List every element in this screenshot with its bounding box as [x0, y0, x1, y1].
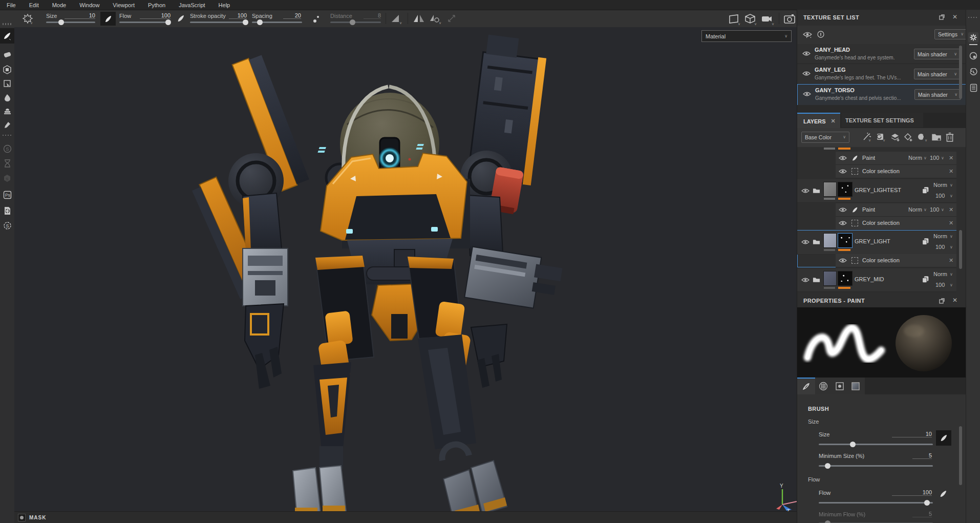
layer-content-thumbnail[interactable]: [823, 233, 837, 248]
iray-render-button[interactable]: [0, 204, 14, 217]
layer-content-thumbnail[interactable]: [823, 271, 837, 286]
viewport-3d[interactable]: Material ∨ Y X Z MASK: [14, 27, 797, 523]
eye-icon[interactable]: [803, 91, 811, 97]
opacity-dropdown[interactable]: 100: [930, 155, 939, 161]
history-tool-button[interactable]: [0, 157, 14, 170]
opacity-dropdown[interactable]: 100: [930, 206, 939, 213]
opacity-dropdown[interactable]: 100: [935, 244, 945, 250]
dock-settings-button[interactable]: [968, 32, 978, 43]
layer-group-grey-lightest[interactable]: GREY_LIGHTEST Norm∨ 100∨: [797, 179, 956, 203]
shader-dropdown[interactable]: Main shader∨: [914, 69, 961, 79]
paint-tool-button[interactable]: [0, 28, 14, 44]
smudge-tool-button[interactable]: [0, 91, 14, 104]
min-size-value[interactable]: 5: [912, 452, 932, 459]
add-effect-icon[interactable]: ∨: [862, 133, 872, 142]
resources-substance-button[interactable]: S: [0, 142, 14, 155]
channel-dropdown[interactable]: Base Color∨: [801, 132, 849, 143]
add-layer-icon[interactable]: [890, 133, 901, 142]
menu-javascript[interactable]: JavaScript: [172, 2, 211, 8]
solo-view-icon[interactable]: [817, 31, 825, 38]
stroke-opacity-slider[interactable]: [190, 22, 247, 23]
falloff-icon[interactable]: ∨: [390, 13, 403, 25]
viewport-2d-view-icon[interactable]: ∨: [728, 13, 742, 26]
eye-icon[interactable]: [839, 220, 847, 226]
close-panel-icon[interactable]: ✕: [952, 297, 957, 303]
eye-icon[interactable]: [802, 71, 811, 76]
eye-icon[interactable]: [801, 188, 809, 194]
size-param-slider[interactable]: [819, 444, 933, 445]
tab-brush[interactable]: [797, 378, 815, 394]
layer-group-grey-light-selected[interactable]: GREY_LIGHT Norm∨ 100∨: [797, 231, 956, 255]
material-picker-tool-button[interactable]: [0, 118, 14, 131]
menu-help[interactable]: Help: [212, 2, 237, 8]
layer-group-grey-mid[interactable]: GREY_MID Norm∨ 100∨: [797, 268, 956, 292]
viewport-3d-view-icon[interactable]: ∨: [744, 13, 758, 26]
layer-row-color-selection[interactable]: Color selection ✕: [836, 217, 956, 230]
size-pressure-toggle[interactable]: [936, 430, 951, 446]
tools-drag-handle[interactable]: [3, 24, 12, 25]
blend-mode-dropdown[interactable]: Norm: [933, 271, 947, 277]
eye-icon[interactable]: [839, 155, 847, 161]
size-value[interactable]: 10: [65, 12, 95, 19]
stroke-opacity-value[interactable]: 100: [229, 12, 247, 19]
axis-gizmo[interactable]: Y X Z: [771, 483, 797, 514]
substance-share-button[interactable]: S: [0, 172, 14, 185]
add-smart-material-icon[interactable]: ∨: [917, 133, 928, 142]
blend-mode-dropdown[interactable]: Norm: [933, 182, 947, 188]
tab-material[interactable]: [850, 381, 861, 392]
camera-view-icon[interactable]: ∨: [760, 13, 776, 26]
clone-tool-button[interactable]: [0, 103, 14, 117]
add-fill-layer-icon[interactable]: [904, 133, 914, 142]
shader-dropdown[interactable]: Main shader∨: [914, 89, 961, 100]
polygon-fill-tool-button[interactable]: [0, 77, 14, 90]
tab-layers[interactable]: LAYERS ✕: [797, 113, 840, 129]
dock-display-button[interactable]: [968, 51, 978, 61]
layer-row-color-selection[interactable]: Color selection ✕: [836, 254, 956, 267]
close-panel-icon[interactable]: ✕: [952, 14, 957, 20]
eraser-tool-button[interactable]: [0, 48, 14, 61]
menu-edit[interactable]: Edit: [23, 2, 46, 8]
menu-python[interactable]: Python: [141, 2, 172, 8]
blend-mode-dropdown[interactable]: Norm: [908, 155, 922, 161]
substance-source-button[interactable]: S: [0, 219, 14, 232]
visibility-cycle-icon[interactable]: [803, 31, 812, 38]
size-slider[interactable]: [46, 22, 95, 23]
opacity-dropdown[interactable]: 100: [935, 282, 945, 288]
photoshop-export-button[interactable]: Ps: [0, 188, 14, 201]
layer-row-color-selection[interactable]: Color selection ✕: [836, 165, 956, 178]
screenshot-camera-icon[interactable]: [783, 13, 797, 25]
dock-history-button[interactable]: [968, 67, 978, 77]
flow-param-value[interactable]: 100: [892, 489, 932, 496]
remove-effect-icon[interactable]: ✕: [949, 220, 953, 226]
flow-pressure-toggle[interactable]: [939, 490, 947, 498]
layer-mask-thumbnail[interactable]: [838, 182, 853, 197]
opacity-dropdown[interactable]: 100: [935, 193, 945, 199]
size-param-value[interactable]: 10: [892, 431, 932, 437]
flow-value[interactable]: 100: [140, 12, 171, 19]
layer-mask-thumbnail[interactable]: [838, 233, 853, 248]
menu-file[interactable]: File: [0, 2, 23, 8]
eye-icon[interactable]: [839, 258, 847, 263]
remove-effect-icon[interactable]: ✕: [949, 169, 953, 174]
eye-icon[interactable]: [839, 169, 847, 174]
remove-effect-icon[interactable]: ✕: [949, 155, 953, 161]
menu-window[interactable]: Window: [73, 2, 106, 8]
instance-icon[interactable]: [921, 186, 930, 195]
eye-icon[interactable]: [839, 207, 847, 213]
brush-alpha-icon[interactable]: ∨: [22, 13, 34, 25]
symmetry-icon[interactable]: [413, 13, 425, 24]
size-pressure-icon[interactable]: [177, 14, 185, 23]
min-size-slider[interactable]: [819, 465, 933, 467]
material-mode-dropdown[interactable]: Material ∨: [701, 30, 792, 42]
blend-mode-dropdown[interactable]: Norm: [908, 206, 922, 213]
flow-param-slider[interactable]: [819, 502, 933, 504]
tab-stencil[interactable]: [834, 381, 845, 392]
blend-mode-dropdown[interactable]: Norm: [933, 233, 947, 239]
spacing-slider[interactable]: [252, 22, 302, 23]
undock-icon[interactable]: [939, 14, 945, 20]
eye-icon[interactable]: [802, 51, 811, 56]
texture-set-row-leg[interactable]: GANY_LEG Ganymede's legs and feet. The U…: [797, 64, 966, 84]
texture-set-settings-dropdown[interactable]: Settings∨: [934, 29, 967, 39]
delete-layer-icon[interactable]: [946, 132, 954, 142]
flow-slider[interactable]: [119, 22, 171, 23]
